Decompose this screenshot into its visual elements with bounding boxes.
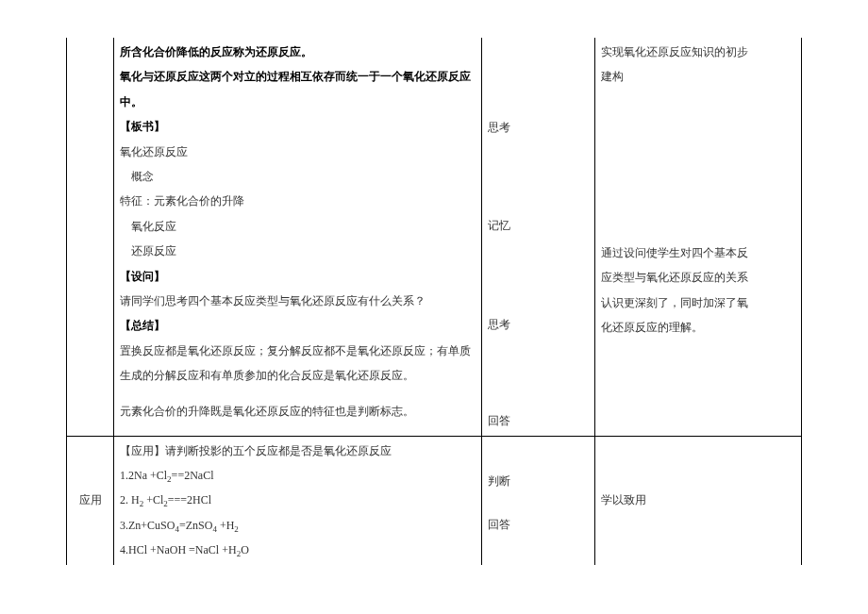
- text-line: 还原反应: [120, 239, 476, 263]
- eq-part: 2. H: [120, 493, 140, 506]
- eq-part: O: [241, 543, 249, 556]
- row-label-cell: 应用: [67, 436, 114, 564]
- eq-part: ===2HCl: [168, 493, 211, 506]
- text-line: 判断: [488, 469, 589, 493]
- text-line: 学以致用: [601, 488, 795, 512]
- student-activity-cell: 判断 回答: [482, 436, 595, 564]
- text-line: 【应用】请判断投影的五个反应都是否是氧化还原反应: [120, 439, 476, 463]
- section-heading: 【设问】: [120, 264, 476, 289]
- eq-part: =ZnSO: [179, 519, 212, 532]
- design-intent-cell: 实现氧化还原反应知识的初步 建构 通过设问使学生对四个基本反 应类型与氧化还原反…: [595, 38, 802, 436]
- text-line: 认识更深刻了，同时加深了氧: [601, 290, 795, 315]
- eq-part: 4.HCl +NaOH =NaCl +H: [120, 543, 237, 556]
- design-intent-cell: 学以致用: [595, 436, 802, 564]
- lesson-plan-table: 所含化合价降低的反应称为还原反应。 氧化与还原反应这两个对立的过程相互依存而统一…: [66, 38, 802, 565]
- equation: 1.2Na +Cl2==2NaCl: [120, 463, 476, 488]
- eq-part: 1.2Na +Cl: [120, 469, 167, 482]
- spacer: [120, 424, 476, 426]
- spacer: [120, 388, 476, 399]
- text-line: 概念: [120, 164, 476, 189]
- equation: 4.HCl +NaOH =NaCl +H2O: [120, 538, 476, 562]
- text-line: 通过设问使学生对四个基本反: [601, 241, 795, 265]
- eq-part: +H: [217, 519, 234, 532]
- text-line: 建构: [601, 64, 795, 89]
- row-label: 应用: [67, 486, 113, 514]
- row-label: [67, 235, 113, 239]
- section-heading: 【总结】: [120, 313, 476, 338]
- eq-part: 3.Zn+CuSO: [120, 519, 175, 532]
- equation: 3.Zn+CuSO4=ZnSO4 +H2: [120, 513, 476, 538]
- text-line: 氧化与还原反应这两个对立的过程相互依存而统一于一个氧化还原反应中。: [120, 64, 476, 114]
- text-line: 思考: [488, 115, 589, 140]
- student-activity-cell: 思考 记忆 思考 回答: [482, 38, 595, 436]
- text-line: 氧化还原反应: [120, 140, 476, 164]
- text-line: 所含化合价降低的反应称为还原反应。: [120, 40, 476, 64]
- text-line: 特征：元素化合价的升降: [120, 189, 476, 213]
- table-row: 应用 【应用】请判断投影的五个反应都是否是氧化还原反应 1.2Na +Cl2==…: [67, 436, 802, 564]
- text-line: 元素化合价的升降既是氧化还原反应的特征也是判断标志。: [120, 399, 476, 423]
- teacher-activity-cell: 【应用】请判断投影的五个反应都是否是氧化还原反应 1.2Na +Cl2==2Na…: [114, 436, 482, 564]
- text-line: 思考: [488, 312, 589, 337]
- text-line: 回答: [488, 512, 589, 537]
- eq-sub: 2: [234, 524, 239, 534]
- table-row: 所含化合价降低的反应称为还原反应。 氧化与还原反应这两个对立的过程相互依存而统一…: [67, 38, 802, 436]
- text-line: 置换反应都是氧化还原反应；复分解反应都不是氧化还原反应；有单质生成的分解反应和有…: [120, 339, 476, 389]
- text-line: 化还原反应的理解。: [601, 315, 795, 340]
- text-line: 氧化反应: [120, 214, 476, 239]
- row-label-cell: [67, 38, 114, 436]
- text-line: 请同学们思考四个基本反应类型与氧化还原反应有什么关系？: [120, 289, 476, 313]
- text-line: 应类型与氧化还原反应的关系: [601, 265, 795, 290]
- equation: 2. H2 +Cl2===2HCl: [120, 488, 476, 512]
- section-heading: 【板书】: [120, 114, 476, 139]
- text-line: 记忆: [488, 213, 589, 238]
- eq-part: ==2NaCl: [172, 469, 214, 482]
- teacher-activity-cell: 所含化合价降低的反应称为还原反应。 氧化与还原反应这两个对立的过程相互依存而统一…: [114, 38, 482, 436]
- text-line: 回答: [488, 408, 589, 433]
- eq-part: +Cl: [143, 493, 163, 506]
- text-line: 实现氧化还原反应知识的初步: [601, 40, 795, 64]
